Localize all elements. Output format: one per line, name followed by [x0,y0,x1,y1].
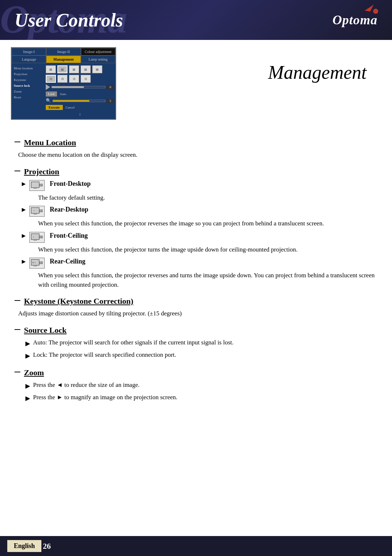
zoom-item-1: ▶ Press the ◄ to reduce the size of an i… [25,380,377,391]
source-lock-option: Auto [60,92,66,96]
arrow-icon-4: ▶ [22,258,26,265]
keystone-slider[interactable] [52,86,105,88]
proj-icon-1: ⊡ [46,75,56,83]
svg-rect-0 [31,182,39,188]
menu-arrow-down: ↓ [46,111,114,117]
menu-screenshot: Image-I Image-II Colour adjustment Langu… [11,47,116,120]
svg-text:⇔↕: ⇔↕ [32,261,36,264]
source-lock-item-1: ▶ Auto: The projector will search for ot… [25,338,377,348]
menu-right-content: ▤ ▤ ▤ ▤ ▤ ⊡ ⊡ ⊡ ⊡ [44,63,115,119]
arrow-icon-3: ▶ [22,233,26,239]
menu-body: Menu location Projection Keystone Source… [12,63,115,119]
proj-icon-2: ⊡ [57,75,68,83]
rear-desktop-label: Rear-Desktop [50,206,88,213]
tab-language[interactable]: Language [12,56,46,63]
keystone-heading: Keystone (Keystone Correction) [15,297,377,306]
front-ceiling-body: When you select this function, the proje… [38,245,377,254]
tab-colour-adjustment[interactable]: Colour adjustment [81,48,115,56]
keystone-row: 0 [46,84,114,90]
svg-text:↕: ↕ [33,235,34,238]
label-reset: Reset [13,94,43,100]
menu-bottom-row: Execute Cancel [46,105,114,110]
arrow-icon-1: ▶ [22,181,26,187]
svg-rect-6 [33,213,37,214]
projection-item-rear-desktop: ▶ ↔ Rear-Desktop [22,206,377,217]
menu-location-heading: Menu Location [15,138,377,147]
menu-tabs-row1: Image-I Image-II Colour adjustment [12,48,115,56]
front-ceiling-icon: ↕ [29,232,45,243]
source-lock-row: Lock Auto [46,91,114,97]
tab-lamp-setting[interactable]: Lamp setting [81,56,115,63]
projection-item-front-desktop: ▶ Front-Desktop [22,180,377,191]
zoom-section: Zoom ▶ Press the ◄ to reduce the size of… [15,368,377,403]
bullet-arrow-4: ▶ [25,394,30,403]
zoom-slider[interactable] [53,100,105,102]
label-projection: Projection [13,71,43,77]
menu-left-labels: Menu location Projection Keystone Source… [12,63,44,119]
bullet-arrow-3: ▶ [25,381,30,391]
tab-image-ii[interactable]: Image-II [46,48,81,56]
label-zoom: Zoom [13,89,43,94]
execute-button[interactable]: Execute [46,105,63,110]
projection-section: Projection ▶ Front-Desktop The factory d… [15,167,377,290]
rear-desktop-body: When you select this function, the proje… [38,219,377,228]
cancel-button[interactable]: Cancel [66,106,75,109]
rear-ceiling-label: Rear-Ceiling [50,258,85,265]
management-title: Management [268,62,367,83]
keystone-triangle-icon [46,84,50,90]
keystone-value: 0 [107,85,114,89]
bullet-arrow-1: ▶ [25,339,30,348]
content-area: Menu Location Choose the menu location o… [0,127,392,420]
rear-ceiling-icon: ⇔↕ [29,258,45,269]
menu-tabs-row2: Language Management Lamp setting [12,56,115,63]
footer: English 26 [0,536,392,556]
menu-icon-4: ▤ [81,65,91,73]
header: Optoma User Controls Optoma [0,0,392,40]
arrow-icon-2: ▶ [22,207,26,213]
front-desktop-svg [30,181,44,190]
proj-icon-4: ⊡ [81,75,91,83]
logo-text: Optoma [332,13,377,27]
front-ceiling-label: Front-Ceiling [50,232,88,240]
keystone-section: Keystone (Keystone Correction) Adjusts i… [15,297,377,318]
projection-item-front-ceiling: ▶ ↕ Front-Ceiling [22,232,377,243]
label-keystone: Keystone [13,77,43,83]
menu-icon-2: ▤ [57,65,68,73]
svg-text:↔: ↔ [33,209,36,212]
right-title-panel: Management [127,47,381,120]
front-desktop-icon [29,180,45,191]
svg-rect-16 [33,265,37,266]
source-lock-item-2: ▶ Lock: The projector will search specif… [25,350,377,361]
tab-management[interactable]: Management [46,56,81,63]
bullet-arrow-2: ▶ [25,351,30,361]
tab-image-i[interactable]: Image-I [12,48,46,56]
zoom-item-2: ▶ Press the ► to magnify an image on the… [25,393,377,403]
footer-page-number: 26 [43,541,51,551]
svg-rect-1 [33,188,37,189]
zoom-row: 🔍 5 [46,98,114,103]
front-ceiling-svg: ↕ [30,233,44,242]
label-menu-location: Menu location [13,65,43,71]
rear-desktop-svg: ↔ [30,207,44,216]
front-desktop-label: Front-Desktop [50,180,91,188]
menu-location-section: Menu Location Choose the menu location o… [15,138,377,160]
projection-icons: ⊡ ⊡ ⊡ ⊡ [46,75,114,83]
front-desktop-body: The factory default setting. [38,193,377,203]
projection-item-rear-ceiling: ▶ ⇔↕ Rear-Ceiling [22,258,377,269]
zoom-value: 5 [107,99,114,103]
menu-screenshot-panel: Image-I Image-II Colour adjustment Langu… [11,47,120,120]
rear-desktop-icon: ↔ [29,206,45,217]
header-title: User Controls [15,9,123,31]
source-lock-heading: Source Lock [15,326,377,335]
source-lock-section: Source Lock ▶ Auto: The projector will s… [15,326,377,361]
menu-icon-1: ▤ [46,65,56,73]
zoom-heading: Zoom [15,368,377,377]
header-logo: Optoma [332,12,377,28]
rear-ceiling-svg: ⇔↕ [30,259,44,267]
menu-location-icons: ▤ ▤ ▤ ▤ ▤ [46,65,114,73]
svg-rect-11 [33,240,37,241]
source-lock-btn[interactable]: Lock [46,91,57,97]
rear-ceiling-body: When you select this function, the proje… [38,271,377,289]
keystone-body: Adjusts image distortion caused by tilti… [18,309,377,318]
language-text: English [14,542,35,550]
